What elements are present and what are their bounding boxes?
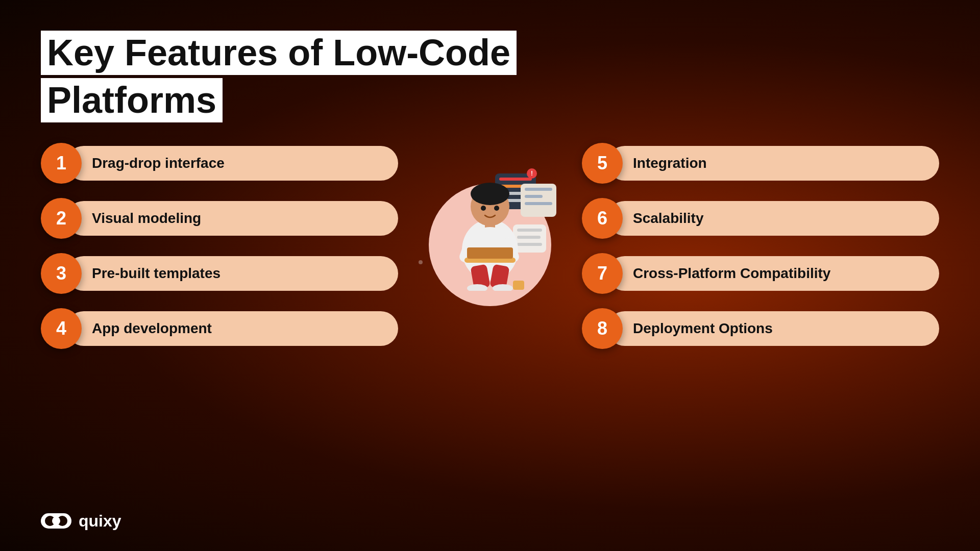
feature-label-7: Cross-Platform Compatibility (607, 256, 939, 291)
feature-number-2: 2 (41, 198, 82, 239)
decorative-dot (419, 260, 423, 264)
feature-item-4: 4 App development (41, 308, 398, 349)
feature-number-7: 7 (582, 253, 623, 294)
features-layout: 1 Drag-drop interface 2 Visual modeling … (41, 143, 939, 349)
right-features-column: 5 Integration 6 Scalability 7 Cross-Plat… (582, 143, 939, 349)
feature-number-5: 5 (582, 143, 623, 184)
feature-item-1: 1 Drag-drop interface (41, 143, 398, 184)
feature-label-5: Integration (607, 146, 939, 181)
feature-number-4: 4 (41, 308, 82, 349)
feature-item-2: 2 Visual modeling (41, 198, 398, 239)
title-line1: Key Features of Low-Code (41, 31, 517, 75)
feature-item-8: 8 Deployment Options (582, 308, 939, 349)
feature-label-1: Drag-drop interface (66, 146, 398, 181)
center-illustration: ! (408, 143, 572, 316)
svg-rect-15 (513, 281, 524, 290)
feature-item-5: 5 Integration (582, 143, 939, 184)
svg-point-11 (481, 206, 486, 211)
feature-item-3: 3 Pre-built templates (41, 253, 398, 294)
svg-point-2 (471, 183, 509, 205)
feature-label-3: Pre-built templates (66, 256, 398, 291)
feature-label-6: Scalability (607, 201, 939, 236)
feature-label-8: Deployment Options (607, 311, 939, 346)
feature-number-1: 1 (41, 143, 82, 184)
illustration-container: ! (413, 143, 567, 316)
title-line2: Platforms (41, 78, 223, 122)
title-block: Key Features of Low-Code Platforms (41, 31, 939, 122)
feature-item-7: 7 Cross-Platform Compatibility (582, 253, 939, 294)
feature-label-4: App development (66, 311, 398, 346)
main-content: Key Features of Low-Code Platforms 1 Dra… (0, 0, 980, 551)
feature-number-8: 8 (582, 308, 623, 349)
feature-number-6: 6 (582, 198, 623, 239)
left-features-column: 1 Drag-drop interface 2 Visual modeling … (41, 143, 398, 349)
svg-rect-10 (467, 247, 513, 259)
feature-number-3: 3 (41, 253, 82, 294)
feature-item-6: 6 Scalability (582, 198, 939, 239)
svg-point-12 (494, 206, 499, 211)
person-illustration (434, 158, 546, 291)
feature-label-2: Visual modeling (66, 201, 398, 236)
